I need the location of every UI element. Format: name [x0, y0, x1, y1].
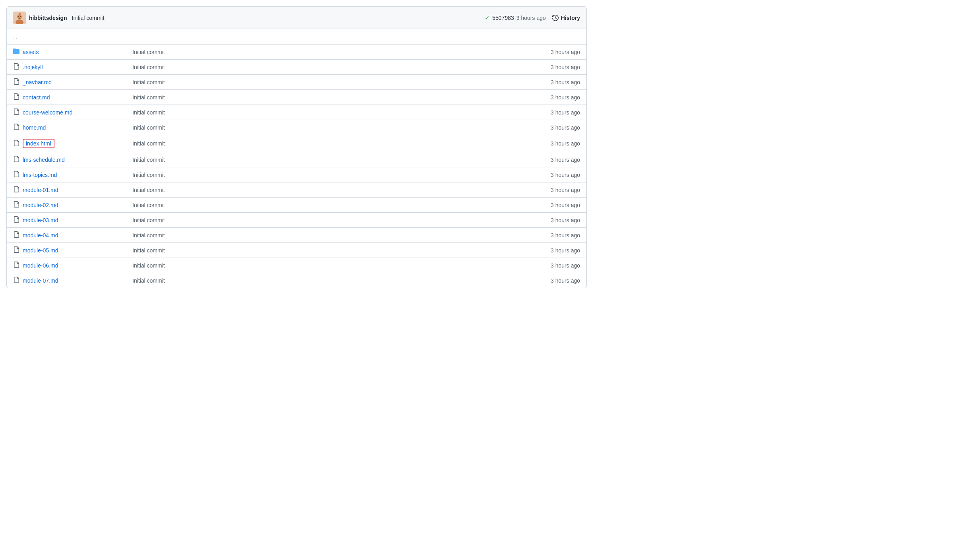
- commit-link[interactable]: Initial commit: [132, 187, 165, 193]
- commit-link[interactable]: Initial commit: [132, 64, 165, 70]
- commit-link[interactable]: Initial commit: [132, 262, 165, 269]
- commit-time: 3 hours ago: [516, 15, 546, 21]
- file-time: 3 hours ago: [507, 152, 586, 167]
- commit-message-cell: Initial commit: [126, 105, 507, 120]
- file-name-cell-2: _navbar.md: [7, 75, 126, 90]
- file-icon: [13, 140, 19, 147]
- file-time: 3 hours ago: [507, 90, 586, 105]
- commit-link[interactable]: Initial commit: [132, 140, 165, 147]
- file-name-link[interactable]: .nojekyll: [23, 64, 43, 70]
- commit-link[interactable]: Initial commit: [132, 172, 165, 178]
- commit-link[interactable]: Initial commit: [132, 217, 165, 223]
- commit-message-cell: Initial commit: [126, 213, 507, 228]
- file-name-cell-9: module-01.md: [7, 182, 126, 198]
- file-icon: [13, 216, 19, 224]
- file-name-cell-6: index.html: [7, 135, 126, 152]
- table-row: module-01.mdInitial commit3 hours ago: [7, 182, 586, 198]
- parent-dir-row: ..: [7, 29, 586, 45]
- file-time: 3 hours ago: [507, 167, 586, 182]
- file-icon: [13, 262, 19, 269]
- commit-link[interactable]: Initial commit: [132, 232, 165, 239]
- history-button[interactable]: History: [552, 15, 580, 21]
- commit-message-cell: Initial commit: [126, 167, 507, 182]
- commit-info-left: hibbittsdesign Initial commit: [13, 12, 104, 24]
- file-icon: [13, 124, 19, 131]
- file-name-link[interactable]: assets: [23, 49, 39, 55]
- user-avatar: [13, 12, 26, 24]
- check-icon: ✓: [485, 14, 490, 21]
- commit-link[interactable]: Initial commit: [132, 277, 165, 284]
- file-icon: [13, 186, 19, 194]
- file-name-link[interactable]: module-02.md: [23, 202, 58, 208]
- file-time: 3 hours ago: [507, 60, 586, 75]
- file-name-link[interactable]: home.md: [23, 124, 46, 131]
- commit-message-cell: Initial commit: [126, 120, 507, 135]
- file-name-cell-8: lms-topics.md: [7, 167, 126, 182]
- commit-link[interactable]: Initial commit: [132, 79, 165, 85]
- commit-hash[interactable]: 5507983: [492, 15, 514, 21]
- table-row: .nojekyllInitial commit3 hours ago: [7, 60, 586, 75]
- table-row: index.htmlInitial commit3 hours ago: [7, 135, 586, 152]
- file-name-cell-15: module-07.md: [7, 273, 126, 288]
- file-icon: [13, 246, 19, 254]
- file-name-link[interactable]: _navbar.md: [23, 79, 52, 85]
- commit-message-cell: Initial commit: [126, 60, 507, 75]
- table-row: module-04.mdInitial commit3 hours ago: [7, 228, 586, 243]
- file-name-cell-5: home.md: [7, 120, 126, 135]
- file-icon: [13, 277, 19, 284]
- file-name-cell-13: module-05.md: [7, 243, 126, 258]
- file-icon: [13, 93, 19, 101]
- table-row: module-02.mdInitial commit3 hours ago: [7, 198, 586, 213]
- commit-link[interactable]: Initial commit: [132, 157, 165, 163]
- commit-link[interactable]: Initial commit: [132, 202, 165, 208]
- svg-point-4: [20, 16, 21, 17]
- commit-meta-right: ✓ 5507983 3 hours ago History: [485, 14, 580, 21]
- table-row: module-05.mdInitial commit3 hours ago: [7, 243, 586, 258]
- commit-message-cell: Initial commit: [126, 75, 507, 90]
- history-label: History: [561, 15, 580, 21]
- file-time: 3 hours ago: [507, 228, 586, 243]
- svg-point-3: [18, 16, 19, 17]
- file-name-link[interactable]: module-06.md: [23, 262, 58, 269]
- file-name-link[interactable]: contact.md: [23, 94, 50, 101]
- file-name-cell-4: course-welcome.md: [7, 105, 126, 120]
- file-icon: [13, 231, 19, 239]
- commit-link[interactable]: Initial commit: [132, 247, 165, 254]
- table-row: assetsInitial commit3 hours ago: [7, 45, 586, 60]
- file-name-link[interactable]: module-03.md: [23, 217, 58, 223]
- commit-message-cell: Initial commit: [126, 273, 507, 288]
- file-time: 3 hours ago: [507, 75, 586, 90]
- commit-link[interactable]: Initial commit: [132, 124, 165, 131]
- table-row: module-03.mdInitial commit3 hours ago: [7, 213, 586, 228]
- table-row: lms-schedule.mdInitial commit3 hours ago: [7, 152, 586, 167]
- file-name-link[interactable]: module-05.md: [23, 247, 58, 254]
- file-table: assetsInitial commit3 hours ago.nojekyll…: [7, 45, 586, 288]
- file-name-link[interactable]: course-welcome.md: [23, 109, 72, 116]
- commit-message-cell: Initial commit: [126, 258, 507, 273]
- commit-message-cell: Initial commit: [126, 90, 507, 105]
- file-name-cell-14: module-06.md: [7, 258, 126, 273]
- commit-message-cell: Initial commit: [126, 45, 507, 60]
- table-row: home.mdInitial commit3 hours ago: [7, 120, 586, 135]
- file-name-link[interactable]: module-04.md: [23, 232, 58, 239]
- commit-message: Initial commit: [72, 15, 105, 21]
- table-row: contact.mdInitial commit3 hours ago: [7, 90, 586, 105]
- file-name-link[interactable]: lms-schedule.md: [23, 157, 65, 163]
- file-name-link[interactable]: lms-topics.md: [23, 172, 57, 178]
- commit-header: hibbittsdesign Initial commit ✓ 5507983 …: [7, 7, 586, 29]
- commit-link[interactable]: Initial commit: [132, 49, 165, 55]
- commit-link[interactable]: Initial commit: [132, 109, 165, 116]
- file-name-cell-1: .nojekyll: [7, 60, 126, 75]
- file-name-cell-0: assets: [7, 45, 126, 60]
- file-time: 3 hours ago: [507, 243, 586, 258]
- history-icon: [552, 15, 559, 21]
- file-name-link[interactable]: module-01.md: [23, 187, 58, 193]
- file-time: 3 hours ago: [507, 45, 586, 60]
- file-name-link[interactable]: index.html: [23, 139, 54, 148]
- commit-link[interactable]: Initial commit: [132, 94, 165, 101]
- parent-dir-dots[interactable]: ..: [13, 33, 17, 40]
- file-name-link[interactable]: module-07.md: [23, 277, 58, 284]
- file-icon: [13, 78, 19, 86]
- file-name-cell-10: module-02.md: [7, 198, 126, 213]
- commit-username[interactable]: hibbittsdesign: [29, 15, 67, 21]
